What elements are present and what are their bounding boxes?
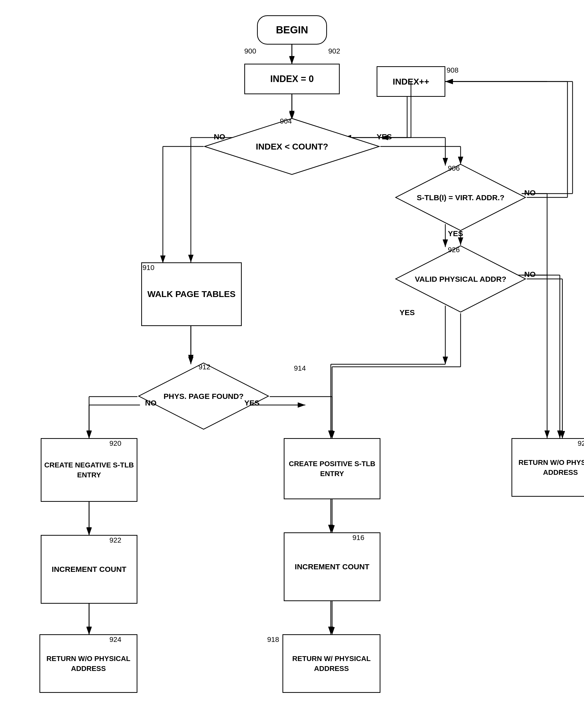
- index-pp-shape: INDEX++: [377, 66, 445, 97]
- ref-910: 910: [142, 264, 155, 272]
- index-lt-count-container: INDEX < COUNT?: [203, 117, 381, 176]
- begin-shape: BEGIN: [257, 15, 327, 45]
- ref-902: 902: [328, 47, 340, 55]
- phys-page-found-container: PHYS. PAGE FOUND?: [137, 362, 270, 431]
- return-wo-phys-right-shape: RETURN W/O PHYSICAL ADDRESS: [511, 438, 584, 497]
- increment-count-left-shape: INCREMENT COUNT: [41, 535, 137, 604]
- index-zero-shape: INDEX = 0: [244, 64, 340, 94]
- ref-904: 904: [280, 117, 292, 125]
- walk-page-tables-shape: WALK PAGE TABLES: [141, 262, 242, 326]
- index-lt-count-label: INDEX < COUNT?: [229, 125, 355, 168]
- return-w-phys-shape: RETURN W/ PHYSICAL ADDRESS: [282, 634, 381, 693]
- valid-phys-addr-label: VALID PHYSICAL ADDR?: [407, 252, 514, 306]
- ref-916: 916: [353, 534, 364, 542]
- ref-918: 918: [267, 635, 279, 644]
- arrows-svg: [0, 0, 584, 728]
- ref-914: 914: [294, 364, 306, 372]
- no-label-valid-phys: NO: [524, 270, 536, 279]
- increment-count-mid-shape: INCREMENT COUNT: [284, 532, 381, 601]
- ref-924-left: 924: [109, 635, 121, 644]
- yes-label-valid-phys: YES: [399, 308, 415, 317]
- valid-phys-addr-container: VALID PHYSICAL ADDR?: [394, 244, 527, 313]
- ref-912: 912: [198, 363, 211, 371]
- ref-906: 906: [448, 164, 460, 173]
- no-label-phys-found: NO: [145, 399, 157, 407]
- yes-label-stlb: YES: [448, 229, 463, 238]
- extra-arrows-svg: [0, 0, 584, 728]
- ref-900: 900: [244, 47, 256, 55]
- yes-label-index-lt-count: YES: [377, 132, 392, 141]
- stlb-check-container: S-TLB(I) = VIRT. ADDR.?: [394, 163, 527, 232]
- ref-926: 926: [448, 246, 460, 254]
- create-neg-stlb-shape: CREATE NEGATIVE S-TLB ENTRY: [41, 438, 137, 502]
- ref-924-right: 924: [578, 439, 584, 447]
- ref-920: 920: [109, 439, 121, 447]
- ref-908: 908: [447, 66, 458, 74]
- create-pos-stlb-shape: CREATE POSITIVE S-TLB ENTRY: [284, 438, 381, 499]
- ref-922: 922: [109, 536, 121, 544]
- no-label-stlb: NO: [524, 188, 536, 197]
- yes-label-phys-found: YES: [244, 399, 259, 407]
- return-wo-phys-left-shape: RETURN W/O PHYSICAL ADDRESS: [39, 634, 137, 693]
- phys-page-found-label: PHYS. PAGE FOUND?: [150, 367, 257, 425]
- no-label-index-lt-count: NO: [214, 132, 225, 141]
- stlb-check-label: S-TLB(I) = VIRT. ADDR.?: [410, 171, 511, 224]
- flowchart-diagram: BEGIN 900 902 INDEX = 0 INDEX < COUNT? 9…: [0, 0, 584, 728]
